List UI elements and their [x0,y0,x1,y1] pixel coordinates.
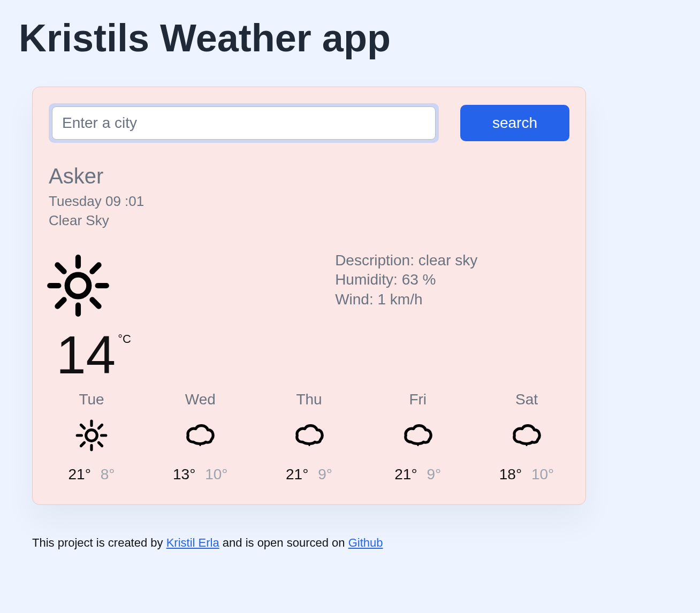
forecast-day: Wed 13° 10° [163,391,238,483]
forecast-day-label: Sat [515,391,538,408]
forecast-high: 21° [69,466,91,482]
forecast-high: 18° [499,466,522,482]
search-input[interactable] [52,106,436,140]
forecast-day-label: Fri [409,391,427,408]
forecast-day-label: Wed [185,391,216,408]
search-input-wrap [49,103,439,143]
wind-label: Wind: [335,291,374,308]
cloud-icon [400,418,436,453]
forecast-row: Tue 21° 8° Wed 13° 10° Thu [49,391,569,483]
city-name: Asker [49,164,569,188]
unit-celsius-link[interactable]: °C [118,332,131,346]
humidity-label: Humidity: [335,271,398,288]
page-title: Kristils Weather app [19,16,681,60]
cloud-icon [182,418,218,453]
forecast-low: 10° [531,466,554,482]
sun-icon [74,418,109,453]
forecast-high: 21° [394,466,417,482]
description-label: Description: [335,252,414,269]
forecast-high: 21° [286,466,308,482]
cloud-icon [292,418,327,453]
description-value: clear sky [419,252,477,269]
current-details: Description: clear sky Humidity: 63 % Wi… [335,251,477,381]
forecast-low: 9° [318,466,332,482]
current-temperature: 14 [56,328,116,381]
forecast-low: 9° [427,466,441,482]
github-link[interactable]: Github [348,536,383,549]
forecast-day: Sat 18° 10° [489,391,564,483]
forecast-day: Thu 21° 9° [272,391,347,483]
forecast-day-label: Tue [79,391,104,408]
current-condition: Clear Sky [49,211,569,230]
current-datetime: Tuesday 09 :01 [49,191,569,211]
humidity-value: 63 % [402,271,436,288]
forecast-high: 13° [173,466,195,482]
sun-icon [43,251,113,320]
search-row: search [49,103,569,143]
current-summary: Asker Tuesday 09 :01 Clear Sky [49,164,569,231]
forecast-day: Tue 21° 8° [54,391,129,483]
cloud-icon [509,418,544,453]
weather-card: search Asker Tuesday 09 :01 Clear Sky 14… [32,87,586,505]
forecast-day-label: Thu [296,391,322,408]
footer-text-pre: This project is created by [32,536,166,549]
footer-text-mid: and is open sourced on [223,536,348,549]
forecast-low: 8° [101,466,115,482]
footer: This project is created by Kristil Erla … [32,536,681,550]
author-link[interactable]: Kristil Erla [166,536,219,549]
wind-value: 1 km/h [378,291,423,308]
forecast-day: Fri 21° 9° [381,391,455,483]
forecast-low: 10° [205,466,227,482]
search-button[interactable]: search [460,105,569,141]
